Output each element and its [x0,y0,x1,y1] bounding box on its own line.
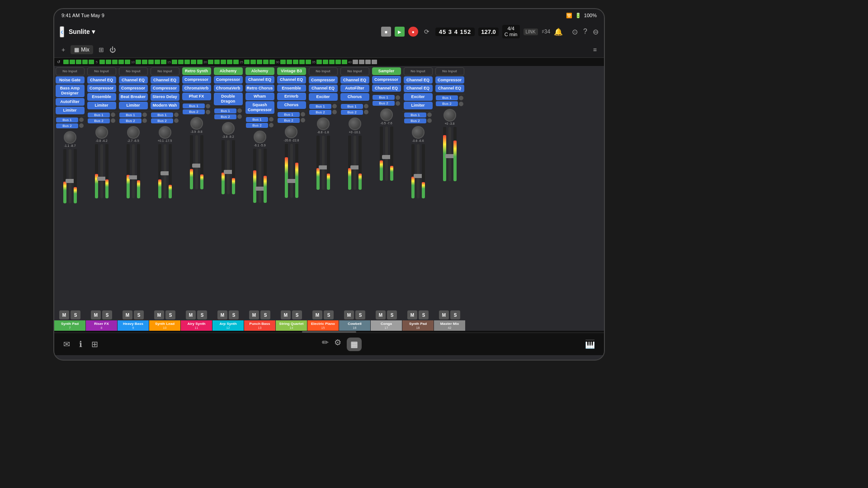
back-button[interactable]: ‹ [60,26,64,38]
dropdown-icon[interactable]: ▾ [92,28,95,35]
bus-button-6-2[interactable]: Bus 2 [214,114,236,119]
mute-button-3[interactable]: M [123,310,132,319]
input-selector-1[interactable]: No Input [56,67,85,75]
solo-button-4[interactable]: S [165,310,175,319]
plugin-btn-10-2[interactable]: AutoFilter [340,84,369,92]
plugin-btn-1-1[interactable]: Noise Gate [56,76,85,84]
add-button[interactable]: + [61,46,65,53]
mute-button-1[interactable]: M [59,310,69,319]
bus-button-3-1[interactable]: Bus 1 [119,113,142,117]
play-button[interactable]: ▶ [395,27,405,37]
fader-handle-6[interactable] [224,170,233,174]
solo-button-5[interactable]: S [197,310,207,319]
screen-icon[interactable]: ⊞ [99,46,104,53]
plugin-btn-8-2[interactable]: Ensemble [277,84,306,92]
stop-button[interactable]: ■ [381,27,391,37]
mute-button-12[interactable]: M [407,310,417,319]
bus-button-4-1[interactable]: Bus 1 [151,113,173,117]
plugin-btn-4-3[interactable]: Stereo Delay [151,93,179,101]
mute-button-5[interactable]: M [186,310,196,319]
bus-button-9-1[interactable]: Bus 1 [309,104,331,109]
record-button[interactable]: ● [408,27,418,37]
mute-button-7[interactable]: M [249,310,259,319]
input-selector-12[interactable]: No Input [404,67,433,75]
plugin-btn-8-1[interactable]: Channel EQ [277,76,306,84]
pan-knob-2[interactable] [95,126,108,139]
settings-icon[interactable]: ⊙ [572,28,578,36]
toolbar-more-icon[interactable]: ≡ [593,46,597,53]
pan-knob-3[interactable] [127,126,140,139]
plugin-btn-4-4[interactable]: Modern Wah [151,102,179,109]
solo-button-13[interactable]: S [450,310,460,319]
pan-knob-6[interactable] [222,122,235,135]
piano-icon[interactable]: 🎹 [585,340,595,349]
solo-button-8[interactable]: S [292,310,302,319]
solo-button-11[interactable]: S [387,310,397,319]
plugin-btn-3-1[interactable]: Channel EQ [119,76,148,84]
plugin-btn-12-1[interactable]: Channel EQ [404,76,433,84]
bus-button-8-1[interactable]: Bus 1 [278,112,300,117]
mixer-center-icon[interactable]: ▦ [347,338,362,351]
bus-button-2-2[interactable]: Bus 2 [88,118,110,123]
mute-button-9[interactable]: M [312,310,322,319]
mute-button-6[interactable]: M [217,310,227,319]
bus-button-5-2[interactable]: Bus 2 [183,109,205,114]
plugin-btn-13-1[interactable]: Compressor [435,76,464,84]
plugin-btn-2-3[interactable]: Ensemble [87,93,116,101]
mute-button-11[interactable]: M [376,310,386,319]
plugin-btn-9-1[interactable]: Compressor [309,76,338,84]
plugin-btn-3-4[interactable]: Limiter [119,102,148,109]
plugin-btn-2-1[interactable]: Channel EQ [87,76,116,84]
pan-knob-4[interactable] [159,126,171,139]
fader-handle-9[interactable] [319,165,328,169]
plugin-btn-3-2[interactable]: Compressor [119,84,148,92]
fader-handle-7[interactable] [255,187,264,191]
plugin-btn-11-1[interactable]: Compressor [372,76,401,84]
plugin-btn-7-3[interactable]: Wham [245,93,274,100]
message-icon[interactable]: ✉ [63,339,70,349]
mix-button[interactable]: ▦ Mix [71,45,93,54]
more-icon[interactable]: ⊖ [593,28,599,36]
fader-handle-13[interactable] [445,154,454,158]
help-icon[interactable]: ? [583,28,587,36]
plugin-btn-12-3[interactable]: Exciter [404,93,433,101]
plugin-btn-4-1[interactable]: Channel EQ [151,76,179,84]
input-selector-7[interactable]: Alchemy [245,67,274,75]
plugin-btn-11-2[interactable]: Channel EQ [372,84,401,92]
grid-icon[interactable]: ⊞ [91,339,98,349]
plugin-btn-12-4[interactable]: Limiter [404,102,433,109]
bus-button-12-2[interactable]: Bus 2 [404,118,426,123]
fader-handle-11[interactable] [382,155,391,159]
solo-button-9[interactable]: S [324,310,334,319]
input-selector-8[interactable]: Vintage B3 [277,67,306,75]
mute-button-10[interactable]: M [344,310,354,319]
bus-button-1-1[interactable]: Bus 1 [56,117,78,122]
info-icon[interactable]: ℹ [79,339,82,349]
solo-button-12[interactable]: S [419,310,429,319]
fader-handle-12[interactable] [414,174,423,178]
plugin-btn-7-2[interactable]: Retro Chorus [245,84,274,92]
pan-knob-5[interactable] [190,117,203,130]
bus-button-13-1[interactable]: Bus 1 [436,95,458,100]
mute-button-8[interactable]: M [281,310,291,319]
pan-knob-13[interactable] [443,109,456,122]
plugin-btn-1-4[interactable]: Limiter [56,107,85,114]
bell-icon[interactable]: 🔔 [554,28,563,36]
input-selector-6[interactable]: Alchemy [214,67,243,75]
bus-button-2-1[interactable]: Bus 1 [88,113,110,117]
plugin-btn-1-3[interactable]: AutoFilter [56,98,85,106]
plugin-btn-8-3[interactable]: EnVerb [277,93,306,100]
input-selector-3[interactable]: No Input [119,67,148,75]
plugin-btn-8-4[interactable]: Chorus [277,101,306,109]
input-selector-2[interactable]: No Input [87,67,116,75]
pan-knob-9[interactable] [317,117,330,130]
solo-button-10[interactable]: S [355,310,365,319]
plugin-btn-3-3[interactable]: Beat Breaker [119,93,148,101]
mute-button-2[interactable]: M [91,310,101,319]
bus-button-4-2[interactable]: Bus 2 [151,118,173,123]
pan-knob-11[interactable] [380,108,393,121]
mute-button-13[interactable]: M [439,310,449,319]
bus-button-10-1[interactable]: Bus 1 [341,104,363,109]
plugin-btn-6-3[interactable]: Double Dragon [214,93,243,105]
bus-button-5-1[interactable]: Bus 1 [183,103,205,108]
